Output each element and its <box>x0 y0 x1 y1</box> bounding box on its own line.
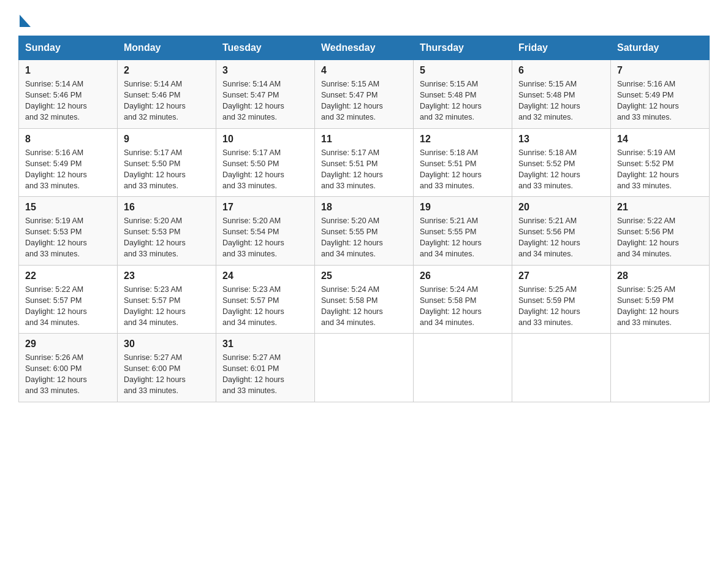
calendar-week-row: 15 Sunrise: 5:19 AM Sunset: 5:53 PM Dayl… <box>19 197 710 266</box>
col-header-friday: Friday <box>512 36 611 60</box>
day-number: 6 <box>518 65 604 76</box>
day-number: 29 <box>25 339 111 350</box>
day-number: 2 <box>124 65 210 76</box>
page-header <box>18 12 710 23</box>
calendar-day-cell: 15 Sunrise: 5:19 AM Sunset: 5:53 PM Dayl… <box>19 197 118 266</box>
calendar-day-cell: 16 Sunrise: 5:20 AM Sunset: 5:53 PM Dayl… <box>118 197 216 266</box>
calendar-day-cell: 1 Sunrise: 5:14 AM Sunset: 5:46 PM Dayli… <box>19 60 118 129</box>
day-number: 25 <box>321 270 407 282</box>
calendar-day-cell: 20 Sunrise: 5:21 AM Sunset: 5:56 PM Dayl… <box>512 197 611 266</box>
day-number: 31 <box>222 339 308 350</box>
calendar-day-cell: 14 Sunrise: 5:19 AM Sunset: 5:52 PM Dayl… <box>611 128 710 197</box>
day-number: 22 <box>25 270 111 282</box>
day-info: Sunrise: 5:14 AM Sunset: 5:47 PM Dayligh… <box>222 79 308 123</box>
day-number: 9 <box>124 134 210 145</box>
calendar-table: SundayMondayTuesdayWednesdayThursdayFrid… <box>18 36 710 402</box>
calendar-day-cell: 2 Sunrise: 5:14 AM Sunset: 5:46 PM Dayli… <box>118 60 216 129</box>
calendar-day-cell: 27 Sunrise: 5:25 AM Sunset: 5:59 PM Dayl… <box>512 265 611 334</box>
empty-cell <box>315 334 414 402</box>
day-info: Sunrise: 5:25 AM Sunset: 5:59 PM Dayligh… <box>518 284 604 329</box>
calendar-day-cell: 4 Sunrise: 5:15 AM Sunset: 5:47 PM Dayli… <box>315 60 414 129</box>
day-info: Sunrise: 5:15 AM Sunset: 5:47 PM Dayligh… <box>321 79 407 123</box>
day-number: 26 <box>420 270 506 282</box>
day-number: 28 <box>617 270 703 282</box>
day-number: 18 <box>321 202 407 213</box>
calendar-day-cell: 10 Sunrise: 5:17 AM Sunset: 5:50 PM Dayl… <box>216 128 315 197</box>
day-number: 12 <box>420 134 506 145</box>
day-info: Sunrise: 5:16 AM Sunset: 5:49 PM Dayligh… <box>25 147 111 192</box>
calendar-day-cell: 18 Sunrise: 5:20 AM Sunset: 5:55 PM Dayl… <box>315 197 414 266</box>
day-info: Sunrise: 5:16 AM Sunset: 5:49 PM Dayligh… <box>617 79 703 123</box>
calendar-day-cell: 11 Sunrise: 5:17 AM Sunset: 5:51 PM Dayl… <box>315 128 414 197</box>
day-number: 20 <box>518 202 604 213</box>
logo <box>18 12 31 23</box>
calendar-day-cell: 23 Sunrise: 5:23 AM Sunset: 5:57 PM Dayl… <box>118 265 216 334</box>
calendar-week-row: 29 Sunrise: 5:26 AM Sunset: 6:00 PM Dayl… <box>19 334 710 402</box>
day-info: Sunrise: 5:22 AM Sunset: 5:56 PM Dayligh… <box>617 215 703 260</box>
day-number: 11 <box>321 134 407 145</box>
col-header-monday: Monday <box>118 36 216 60</box>
calendar-day-cell: 6 Sunrise: 5:15 AM Sunset: 5:48 PM Dayli… <box>512 60 611 129</box>
day-number: 8 <box>25 134 111 145</box>
calendar-day-cell: 24 Sunrise: 5:23 AM Sunset: 5:57 PM Dayl… <box>216 265 315 334</box>
day-info: Sunrise: 5:21 AM Sunset: 5:55 PM Dayligh… <box>420 215 506 260</box>
calendar-day-cell: 5 Sunrise: 5:15 AM Sunset: 5:48 PM Dayli… <box>414 60 512 129</box>
day-number: 27 <box>518 270 604 282</box>
day-number: 14 <box>617 134 703 145</box>
calendar-week-row: 8 Sunrise: 5:16 AM Sunset: 5:49 PM Dayli… <box>19 128 710 197</box>
day-info: Sunrise: 5:17 AM Sunset: 5:50 PM Dayligh… <box>222 147 308 192</box>
col-header-sunday: Sunday <box>19 36 118 60</box>
col-header-thursday: Thursday <box>414 36 512 60</box>
day-info: Sunrise: 5:24 AM Sunset: 5:58 PM Dayligh… <box>321 284 407 329</box>
calendar-day-cell: 12 Sunrise: 5:18 AM Sunset: 5:51 PM Dayl… <box>414 128 512 197</box>
day-info: Sunrise: 5:20 AM Sunset: 5:53 PM Dayligh… <box>124 215 210 260</box>
day-number: 1 <box>25 65 111 76</box>
day-info: Sunrise: 5:18 AM Sunset: 5:51 PM Dayligh… <box>420 147 506 192</box>
day-number: 17 <box>222 202 308 213</box>
day-info: Sunrise: 5:17 AM Sunset: 5:51 PM Dayligh… <box>321 147 407 192</box>
calendar-week-row: 1 Sunrise: 5:14 AM Sunset: 5:46 PM Dayli… <box>19 60 710 129</box>
day-info: Sunrise: 5:27 AM Sunset: 6:01 PM Dayligh… <box>222 352 308 397</box>
day-number: 3 <box>222 65 308 76</box>
calendar-day-cell: 30 Sunrise: 5:27 AM Sunset: 6:00 PM Dayl… <box>118 334 216 402</box>
calendar-day-cell: 28 Sunrise: 5:25 AM Sunset: 5:59 PM Dayl… <box>611 265 710 334</box>
day-info: Sunrise: 5:14 AM Sunset: 5:46 PM Dayligh… <box>124 79 210 123</box>
day-number: 4 <box>321 65 407 76</box>
calendar-day-cell: 13 Sunrise: 5:18 AM Sunset: 5:52 PM Dayl… <box>512 128 611 197</box>
day-number: 16 <box>124 202 210 213</box>
day-info: Sunrise: 5:25 AM Sunset: 5:59 PM Dayligh… <box>617 284 703 329</box>
calendar-day-cell: 31 Sunrise: 5:27 AM Sunset: 6:01 PM Dayl… <box>216 334 315 402</box>
day-info: Sunrise: 5:20 AM Sunset: 5:54 PM Dayligh… <box>222 215 308 260</box>
day-info: Sunrise: 5:27 AM Sunset: 6:00 PM Dayligh… <box>124 352 210 397</box>
calendar-day-cell: 21 Sunrise: 5:22 AM Sunset: 5:56 PM Dayl… <box>611 197 710 266</box>
day-number: 24 <box>222 270 308 282</box>
calendar-day-cell: 9 Sunrise: 5:17 AM Sunset: 5:50 PM Dayli… <box>118 128 216 197</box>
day-info: Sunrise: 5:24 AM Sunset: 5:58 PM Dayligh… <box>420 284 506 329</box>
calendar-week-row: 22 Sunrise: 5:22 AM Sunset: 5:57 PM Dayl… <box>19 265 710 334</box>
day-info: Sunrise: 5:23 AM Sunset: 5:57 PM Dayligh… <box>124 284 210 329</box>
col-header-wednesday: Wednesday <box>315 36 414 60</box>
empty-cell <box>414 334 512 402</box>
day-info: Sunrise: 5:20 AM Sunset: 5:55 PM Dayligh… <box>321 215 407 260</box>
day-number: 13 <box>518 134 604 145</box>
day-number: 30 <box>124 339 210 350</box>
day-info: Sunrise: 5:22 AM Sunset: 5:57 PM Dayligh… <box>25 284 111 329</box>
day-number: 23 <box>124 270 210 282</box>
day-info: Sunrise: 5:26 AM Sunset: 6:00 PM Dayligh… <box>25 352 111 397</box>
calendar-day-cell: 8 Sunrise: 5:16 AM Sunset: 5:49 PM Dayli… <box>19 128 118 197</box>
calendar-day-cell: 26 Sunrise: 5:24 AM Sunset: 5:58 PM Dayl… <box>414 265 512 334</box>
day-number: 7 <box>617 65 703 76</box>
day-info: Sunrise: 5:14 AM Sunset: 5:46 PM Dayligh… <box>25 79 111 123</box>
calendar-day-cell: 7 Sunrise: 5:16 AM Sunset: 5:49 PM Dayli… <box>611 60 710 129</box>
day-number: 5 <box>420 65 506 76</box>
logo-triangle-icon <box>20 15 31 27</box>
empty-cell <box>512 334 611 402</box>
calendar-day-cell: 3 Sunrise: 5:14 AM Sunset: 5:47 PM Dayli… <box>216 60 315 129</box>
day-number: 15 <box>25 202 111 213</box>
day-number: 10 <box>222 134 308 145</box>
col-header-saturday: Saturday <box>611 36 710 60</box>
empty-cell <box>611 334 710 402</box>
day-info: Sunrise: 5:23 AM Sunset: 5:57 PM Dayligh… <box>222 284 308 329</box>
day-number: 21 <box>617 202 703 213</box>
col-header-tuesday: Tuesday <box>216 36 315 60</box>
